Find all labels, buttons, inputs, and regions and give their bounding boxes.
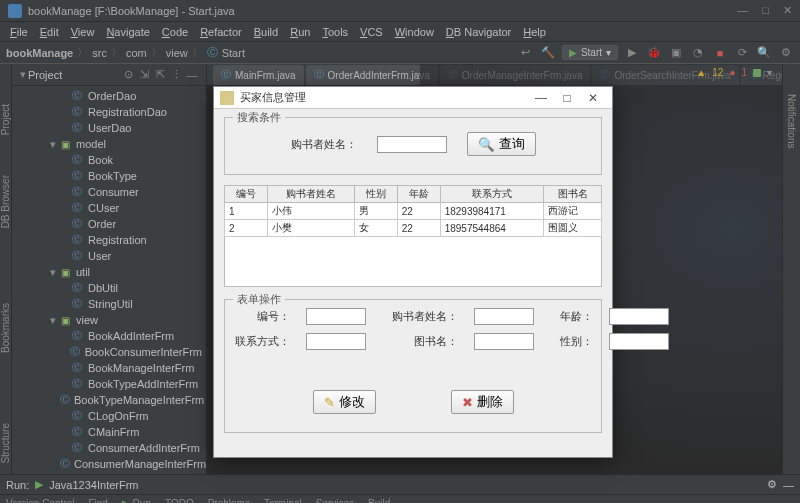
- delete-button[interactable]: ✖ 删除: [451, 390, 514, 414]
- profile-button[interactable]: ◔: [690, 45, 706, 61]
- breadcrumb-root[interactable]: bookManage: [6, 47, 73, 59]
- table-row[interactable]: 2小樊女2218957544864围圆义: [225, 220, 602, 237]
- dialog-titlebar[interactable]: 买家信息管理 — □ ✕: [214, 87, 612, 109]
- menu-vcs[interactable]: VCS: [354, 26, 389, 38]
- book-input[interactable]: [474, 333, 534, 350]
- dialog-close-button[interactable]: ✕: [580, 91, 606, 105]
- bookmarks-tool-button[interactable]: Bookmarks: [0, 303, 11, 353]
- tree-item-booktypeaddinterfrm[interactable]: ⒸBookTypeAddInterFrm: [12, 376, 206, 392]
- age-input[interactable]: [609, 308, 669, 325]
- tree-item-cmainfrm[interactable]: ⒸCMainFrm: [12, 424, 206, 440]
- coverage-button[interactable]: ▣: [668, 45, 684, 61]
- notifications-tool-button[interactable]: Notifications: [786, 94, 797, 148]
- menu-run[interactable]: Run: [284, 26, 316, 38]
- tree-item-order[interactable]: ⒸOrder: [12, 216, 206, 232]
- select-opened-icon[interactable]: ⊙: [120, 68, 136, 81]
- dbbrowser-tool-button[interactable]: DB Browser: [0, 175, 11, 228]
- expand-all-icon[interactable]: ⇲: [136, 68, 152, 81]
- close-icon[interactable]: ✕: [783, 4, 792, 17]
- tree-item-bookaddinterfrm[interactable]: ⒸBookAddInterFrm: [12, 328, 206, 344]
- menu-build[interactable]: Build: [248, 26, 284, 38]
- stop-button[interactable]: ■: [712, 45, 728, 61]
- menu-help[interactable]: Help: [517, 26, 552, 38]
- tree-item-orderdao[interactable]: ⒸOrderDao: [12, 88, 206, 104]
- column-header[interactable]: 编号: [225, 186, 268, 203]
- build-tool[interactable]: Build: [368, 498, 390, 503]
- tree-item-booktypemanageinterfrm[interactable]: ⒸBookTypeManageInterFrm: [12, 392, 206, 408]
- search-button[interactable]: 🔍 查询: [467, 132, 536, 156]
- project-tree[interactable]: ⒸOrderDaoⒸRegistrationDaoⒸUserDao▾▣model…: [12, 86, 206, 474]
- dialog-maximize-button[interactable]: □: [554, 91, 580, 105]
- tree-item-registration[interactable]: ⒸRegistration: [12, 232, 206, 248]
- tree-item-registrationdao[interactable]: ⒸRegistrationDao: [12, 104, 206, 120]
- tree-item-book[interactable]: ⒸBook: [12, 152, 206, 168]
- contact-input[interactable]: [306, 333, 366, 350]
- tree-item-consumer[interactable]: ⒸConsumer: [12, 184, 206, 200]
- tree-item-consumermanageinterfrm[interactable]: ⒸConsumerManageInterFrm: [12, 456, 206, 472]
- id-input[interactable]: [306, 308, 366, 325]
- hide-panel-icon[interactable]: —: [184, 69, 200, 81]
- maximize-icon[interactable]: □: [762, 4, 769, 17]
- run-button[interactable]: ▶: [624, 45, 640, 61]
- hammer-icon[interactable]: 🔨: [540, 45, 556, 61]
- menu-window[interactable]: Window: [389, 26, 440, 38]
- dialog-minimize-button[interactable]: —: [528, 91, 554, 105]
- sex-input[interactable]: [609, 333, 669, 350]
- tab-mainfrm[interactable]: ⒸMainFrm.java: [213, 65, 304, 85]
- name-input[interactable]: [474, 308, 534, 325]
- run-config-dropdown[interactable]: ▶ Start ▾: [562, 45, 618, 60]
- modify-button[interactable]: ✎ 修改: [313, 390, 376, 414]
- run-settings-icon[interactable]: ⚙: [767, 478, 777, 491]
- todo-tool[interactable]: TODO: [165, 498, 194, 503]
- menu-tools[interactable]: Tools: [316, 26, 354, 38]
- debug-button[interactable]: 🐞: [646, 45, 662, 61]
- tree-item-bookconsumerinterfrm[interactable]: ⒸBookConsumerInterFrm: [12, 344, 206, 360]
- tree-item-java1234interfrm[interactable]: ⒸJava1234InterFrm: [12, 472, 206, 474]
- table-row[interactable]: 1小伟男2218293984171西游记: [225, 203, 602, 220]
- menu-view[interactable]: View: [65, 26, 101, 38]
- breadcrumb[interactable]: bookManage 〉src 〉com 〉view 〉Ⓒ Start: [6, 45, 245, 60]
- update-button[interactable]: ⟳: [734, 45, 750, 61]
- buyer-table[interactable]: 编号购书者姓名性别年龄联系方式图书名 1小伟男2218293984171西游记2…: [224, 185, 602, 237]
- tree-item-clogonfrm[interactable]: ⒸCLogOnFrm: [12, 408, 206, 424]
- run-tool[interactable]: ▶ Run: [122, 498, 151, 503]
- column-header[interactable]: 图书名: [544, 186, 602, 203]
- terminal-tool[interactable]: Terminal: [264, 498, 302, 503]
- tree-item-bookmanageinterfrm[interactable]: ⒸBookManageInterFrm: [12, 360, 206, 376]
- tree-item-stringutil[interactable]: ⒸStringUtil: [12, 296, 206, 312]
- menu-navigate[interactable]: Navigate: [100, 26, 155, 38]
- column-header[interactable]: 性别: [354, 186, 397, 203]
- menu-refactor[interactable]: Refactor: [194, 26, 248, 38]
- tree-item-user[interactable]: ⒸUser: [12, 248, 206, 264]
- gear-icon[interactable]: ⚙: [778, 45, 794, 61]
- run-config-name[interactable]: Java1234InterFrm: [49, 479, 138, 491]
- vcs-tool[interactable]: Version Control: [6, 498, 74, 503]
- chevron-down-icon[interactable]: ▾: [767, 67, 772, 78]
- tree-item-util[interactable]: ▾▣util: [12, 264, 206, 280]
- highlight-level-icon[interactable]: [753, 69, 761, 77]
- panel-settings-icon[interactable]: ⋮: [168, 68, 184, 81]
- tree-item-view[interactable]: ▾▣view: [12, 312, 206, 328]
- problems-tool[interactable]: Problems: [208, 498, 250, 503]
- tab-ordermanageinterfrm[interactable]: ⒸOrderManageInterFrm.java: [440, 65, 591, 85]
- column-header[interactable]: 年龄: [397, 186, 440, 203]
- structure-tool-button[interactable]: Structure: [0, 423, 11, 464]
- tree-item-model[interactable]: ▾▣model: [12, 136, 206, 152]
- chevron-down-icon[interactable]: ▾: [18, 68, 28, 81]
- run-hide-icon[interactable]: —: [783, 479, 794, 491]
- menu-code[interactable]: Code: [156, 26, 194, 38]
- tree-item-booktype[interactable]: ⒸBookType: [12, 168, 206, 184]
- tree-item-consumeraddinterfrm[interactable]: ⒸConsumerAddInterFrm: [12, 440, 206, 456]
- search-icon[interactable]: 🔍: [756, 45, 772, 61]
- tree-item-userdao[interactable]: ⒸUserDao: [12, 120, 206, 136]
- project-tool-button[interactable]: Project: [0, 104, 11, 135]
- find-tool[interactable]: Find: [88, 498, 107, 503]
- column-header[interactable]: 购书者姓名: [267, 186, 354, 203]
- search-name-input[interactable]: [377, 136, 447, 153]
- column-header[interactable]: 联系方式: [440, 186, 544, 203]
- tab-orderaddinterfrm[interactable]: ⒸOrderAddInterFrm.java: [306, 65, 438, 85]
- collapse-all-icon[interactable]: ⇱: [152, 68, 168, 81]
- menu-db-navigator[interactable]: DB Navigator: [440, 26, 517, 38]
- services-tool[interactable]: Services: [316, 498, 354, 503]
- inspection-indicator[interactable]: ▲12 ●1 ▾: [696, 67, 772, 78]
